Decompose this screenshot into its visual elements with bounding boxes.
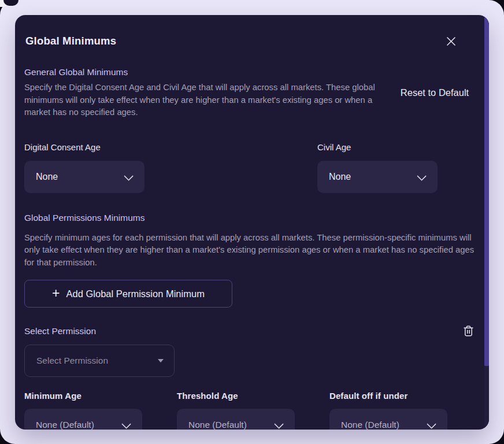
general-section-header: General Global Minimums Specify the Digi…: [24, 67, 480, 119]
threshold-age-value: None (Default): [188, 420, 247, 430]
add-button-label: Add Global Permission Minimum: [66, 288, 205, 299]
general-section-description: Specify the Digital Consent Age and Civi…: [24, 82, 378, 119]
permission-age-fields-row: Minimum Age None (Default) Threshold Age…: [24, 391, 480, 430]
minimum-age-dropdown[interactable]: None (Default): [24, 409, 142, 430]
close-button[interactable]: [446, 36, 457, 47]
general-fields-row: Digital Consent Age None Civil Age None: [24, 142, 480, 193]
civil-age-dropdown[interactable]: None: [317, 161, 438, 193]
general-section-heading: General Global Minimums: [24, 67, 378, 77]
add-global-permission-minimum-button[interactable]: + Add Global Permission Minimum: [24, 280, 232, 308]
minimum-age-label: Minimum Age: [24, 391, 142, 401]
modal-scrollbar[interactable]: [484, 15, 489, 430]
default-off-if-under-value: None (Default): [341, 420, 399, 430]
permissions-section: Global Permissions Minimums Specify mini…: [24, 213, 480, 430]
default-off-if-under-dropdown[interactable]: None (Default): [329, 409, 447, 430]
digital-consent-age-label: Digital Consent Age: [24, 142, 144, 152]
chevron-down-icon: [124, 171, 134, 181]
trash-icon: [462, 330, 475, 339]
minimum-age-value: None (Default): [36, 420, 94, 430]
select-permission-placeholder: Select Permission: [36, 356, 108, 366]
select-permission-dropdown[interactable]: Select Permission: [24, 345, 175, 377]
permission-entry-header: Select Permission: [24, 325, 480, 337]
digital-consent-age-value: None: [36, 172, 58, 182]
global-minimums-modal: Global Minimums General Global Minimums …: [15, 15, 489, 430]
modal-header: Global Minimums: [24, 15, 480, 52]
permissions-section-description: Specify minimum ages for each permission…: [24, 232, 484, 269]
chevron-down-icon: [417, 171, 427, 181]
default-off-if-under-label: Default off if under: [329, 391, 447, 401]
reset-to-default-button[interactable]: Reset to Default: [378, 87, 480, 98]
plus-icon: +: [52, 287, 60, 300]
civil-age-label: Civil Age: [317, 142, 438, 152]
chevron-down-icon: [121, 419, 131, 429]
close-icon: [446, 40, 457, 49]
threshold-age-label: Threshold Age: [177, 391, 295, 401]
chevron-down-icon: [427, 419, 436, 429]
modal-title: Global Minimums: [25, 35, 116, 47]
threshold-age-dropdown[interactable]: None (Default): [177, 409, 295, 430]
select-permission-label: Select Permission: [24, 326, 96, 336]
scrollbar-thumb[interactable]: [484, 15, 489, 366]
permissions-section-heading: Global Permissions Minimums: [24, 213, 480, 223]
digital-consent-age-dropdown[interactable]: None: [24, 161, 144, 193]
caret-down-icon: [158, 359, 164, 362]
chevron-down-icon: [274, 419, 284, 429]
delete-permission-button[interactable]: [462, 325, 475, 337]
civil-age-value: None: [329, 172, 351, 182]
